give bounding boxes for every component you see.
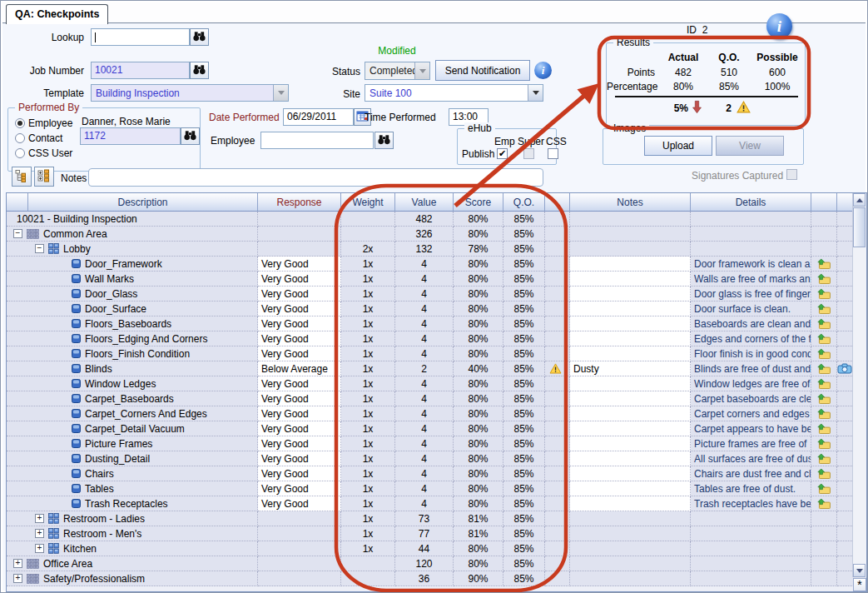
job-number-input[interactable]: 10021 bbox=[91, 62, 190, 79]
grid-row[interactable]: Floors_Edging And CornersVery Good1x480%… bbox=[7, 331, 866, 346]
tree-expand-toggle[interactable]: + bbox=[35, 514, 44, 523]
folder-upload-icon[interactable] bbox=[816, 258, 831, 269]
grid-cell-notes[interactable] bbox=[570, 436, 691, 451]
radio-employee-label[interactable]: Employee bbox=[28, 117, 72, 129]
collapse-all-button[interactable] bbox=[12, 167, 32, 187]
grid-row[interactable]: +Office Area12080%85% bbox=[7, 556, 866, 571]
signatures-captured-checkbox[interactable] bbox=[786, 169, 797, 180]
employee-input[interactable] bbox=[260, 132, 374, 149]
grid-row[interactable]: Floors_BaseboardsVery Good1x480%85%Baseb… bbox=[7, 316, 866, 331]
date-performed-input[interactable]: 06/29/2011 bbox=[283, 108, 354, 126]
grid-row[interactable]: +Restroom - Men's1x7781%85% bbox=[7, 526, 866, 541]
grid-row[interactable]: Floors_Finish ConditionVery Good1x480%85… bbox=[7, 346, 866, 361]
grid-row[interactable]: Door_SurfaceVery Good1x480%85%Door surfa… bbox=[7, 301, 866, 316]
radio-css-user-label[interactable]: CSS User bbox=[28, 147, 72, 159]
tree-collapse-toggle[interactable]: − bbox=[35, 244, 44, 253]
notes-input[interactable] bbox=[88, 168, 543, 187]
grid-header-weight[interactable]: Weight bbox=[341, 193, 395, 212]
grid-header-details[interactable]: Details bbox=[691, 193, 811, 212]
grid-header-qo[interactable]: Q.O. bbox=[503, 193, 545, 212]
grid-cell-notes[interactable] bbox=[570, 346, 691, 361]
chevron-down-icon[interactable] bbox=[414, 62, 429, 79]
radio-contact[interactable] bbox=[15, 133, 25, 143]
grid-cell-response[interactable]: Very Good bbox=[258, 451, 341, 466]
job-number-search-button[interactable] bbox=[190, 62, 209, 79]
grid-cell-notes[interactable] bbox=[570, 496, 691, 511]
folder-upload-icon[interactable] bbox=[816, 408, 831, 419]
grid-header-score[interactable]: Score bbox=[454, 193, 503, 212]
chevron-down-icon[interactable] bbox=[273, 85, 288, 101]
employee-search-button[interactable] bbox=[374, 132, 394, 149]
grid-row[interactable]: −Lobby2x13278%85% bbox=[7, 242, 866, 257]
grid-row[interactable]: Trash ReceptaclesVery Good1x480%85%Trash… bbox=[7, 496, 866, 511]
grid-header-notes[interactable]: Notes bbox=[570, 193, 691, 212]
grid-cell-notes[interactable] bbox=[570, 331, 691, 346]
grid-row[interactable]: 10021 - Building Inspection48280%85% bbox=[7, 212, 866, 227]
upload-button[interactable]: Upload bbox=[644, 136, 712, 156]
publish-emp-checkbox[interactable]: ✔ bbox=[497, 148, 508, 159]
grid-row[interactable]: Carpet_BaseboardsVery Good1x480%85%Carpe… bbox=[7, 391, 866, 406]
grid-cell-response[interactable]: Very Good bbox=[258, 287, 341, 301]
vertical-scrollbar[interactable] bbox=[852, 193, 866, 577]
grid-cell-response[interactable]: Very Good bbox=[258, 406, 341, 421]
grid-cell-notes[interactable] bbox=[570, 466, 691, 481]
folder-upload-icon[interactable] bbox=[816, 468, 831, 479]
grid-cell-notes[interactable] bbox=[570, 421, 691, 436]
grid-cell-response[interactable]: Very Good bbox=[258, 466, 341, 481]
status-dropdown[interactable]: Completed bbox=[365, 62, 430, 80]
folder-upload-icon[interactable] bbox=[816, 423, 831, 434]
tree-expand-toggle[interactable]: + bbox=[35, 529, 44, 538]
chevron-down-icon[interactable] bbox=[528, 85, 543, 101]
grid-row[interactable]: Dusting_DetailVery Good1x480%85%All surf… bbox=[7, 451, 866, 466]
publish-super-checkbox[interactable] bbox=[523, 148, 534, 159]
grid-cell-response[interactable]: Very Good bbox=[258, 301, 341, 316]
scroll-up-button[interactable] bbox=[853, 193, 866, 207]
grid-header-description[interactable]: Description bbox=[28, 193, 258, 212]
send-notification-button[interactable]: Send Notification bbox=[435, 60, 530, 81]
folder-upload-icon[interactable] bbox=[816, 303, 831, 314]
site-dropdown[interactable]: Suite 100 bbox=[365, 84, 543, 102]
grid-row[interactable]: Window LedgesVery Good1x480%85%Window le… bbox=[7, 376, 866, 391]
tree-expand-toggle[interactable]: + bbox=[35, 544, 44, 553]
tree-expand-toggle[interactable]: + bbox=[13, 559, 22, 568]
performer-id-input[interactable]: 1172 bbox=[80, 127, 181, 145]
grid-cell-notes[interactable] bbox=[570, 287, 691, 301]
grid-cell-notes[interactable] bbox=[570, 481, 691, 496]
grid-row[interactable]: +Kitchen1x4480%85% bbox=[7, 541, 866, 556]
radio-contact-label[interactable]: Contact bbox=[28, 132, 62, 144]
view-button[interactable]: View bbox=[716, 136, 784, 156]
grid-header-value[interactable]: Value bbox=[395, 193, 454, 212]
radio-employee[interactable] bbox=[15, 118, 25, 128]
grid-cell-response[interactable]: Very Good bbox=[258, 272, 341, 287]
template-dropdown[interactable]: Building Inspection bbox=[91, 84, 289, 102]
folder-upload-icon[interactable] bbox=[816, 438, 831, 449]
folder-upload-icon[interactable] bbox=[816, 288, 831, 299]
scrollbar-thumb[interactable] bbox=[853, 207, 866, 247]
camera-icon[interactable] bbox=[837, 363, 852, 374]
lookup-input[interactable] bbox=[91, 28, 190, 46]
grid-cell-response[interactable]: Very Good bbox=[258, 257, 341, 272]
grid-cell-response[interactable]: Below Average bbox=[258, 361, 341, 376]
grid-cell-response[interactable]: Very Good bbox=[258, 391, 341, 406]
grid-row[interactable]: Door_FrameworkVery Good1x480%85%Door fra… bbox=[7, 257, 866, 272]
folder-upload-icon[interactable] bbox=[816, 318, 831, 329]
grid-cell-response[interactable]: Very Good bbox=[258, 376, 341, 391]
folder-upload-icon[interactable] bbox=[816, 333, 831, 344]
grid-row[interactable]: Door_GlassVery Good1x480%85%Door glass i… bbox=[7, 287, 866, 301]
tab-qa-checkpoints[interactable]: QA: Checkpoints bbox=[6, 4, 108, 24]
grid-cell-notes[interactable] bbox=[570, 316, 691, 331]
grid-cell-notes[interactable] bbox=[570, 451, 691, 466]
grid-row[interactable]: +Safety/Professionalism3690%85% bbox=[7, 571, 866, 586]
grid-cell-notes[interactable] bbox=[570, 272, 691, 287]
publish-css-checkbox[interactable] bbox=[548, 148, 558, 159]
grid-cell-response[interactable]: Very Good bbox=[258, 331, 341, 346]
folder-upload-icon[interactable] bbox=[816, 453, 831, 464]
grid-cell-notes[interactable]: Dusty bbox=[570, 361, 691, 376]
folder-upload-icon[interactable] bbox=[816, 483, 831, 494]
info-icon[interactable]: i bbox=[534, 62, 552, 79]
grid-header-response[interactable]: Response bbox=[258, 193, 341, 212]
grid-row[interactable]: Picture FramesVery Good1x480%85%Picture … bbox=[7, 436, 866, 451]
new-row-button[interactable]: * bbox=[853, 578, 866, 591]
folder-upload-icon[interactable] bbox=[816, 378, 831, 389]
grid-row[interactable]: +Restroom - Ladies1x7381%85% bbox=[7, 511, 866, 526]
